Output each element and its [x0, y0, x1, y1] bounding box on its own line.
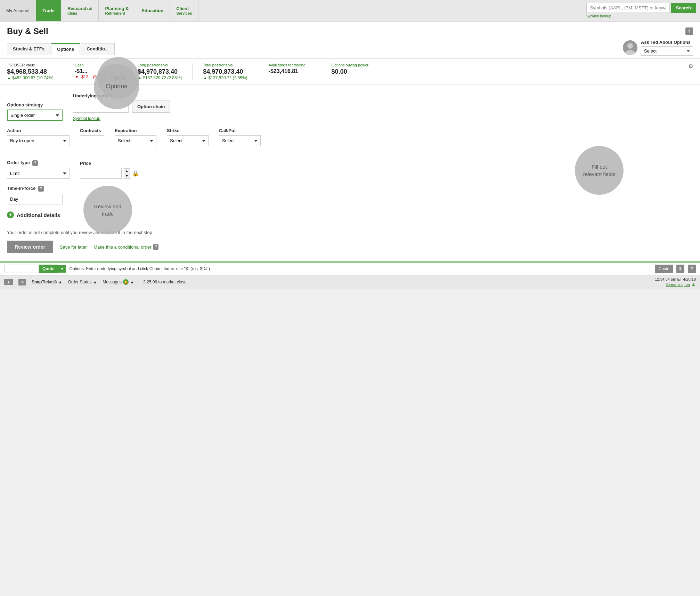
snap-ticket-item[interactable]: SnapTicket® ▲: [32, 280, 63, 284]
order-status-arrow: ▲: [93, 280, 97, 284]
expiration-label: Expiration: [115, 128, 156, 133]
nav-my-account[interactable]: My Account: [0, 0, 36, 21]
action-select[interactable]: Buy to open Sell to close Sell to open B…: [7, 135, 70, 146]
make-conditional-button[interactable]: Make this a conditional order: [93, 244, 151, 250]
options-strategy-label: Options strategy: [7, 102, 63, 107]
page-title: Buy & Sell: [7, 26, 48, 36]
dollar-button[interactable]: $: [676, 265, 684, 273]
options-strategy-group: Options strategy Single order Spread Str…: [7, 102, 63, 121]
tstuser-change: ▲ $482,000.67 (10.74%): [7, 75, 54, 80]
nav-education[interactable]: Education: [135, 0, 170, 21]
expiration-select[interactable]: Select: [115, 135, 156, 146]
tab-stocks-etfs[interactable]: Stocks & ETFs: [7, 43, 50, 55]
form-row-action-details: Action Buy to open Sell to close Sell to…: [7, 128, 693, 146]
order-type-help-icon[interactable]: ?: [32, 160, 38, 166]
bottom-bar-instructions: Options: Enter underlying symbol and cli…: [70, 266, 652, 271]
cash-label[interactable]: Cash: [75, 63, 116, 67]
tstuser-value-block: TSTUSER value $4,968,533.48 ▲ $482,000.6…: [7, 63, 54, 80]
options-strategy-select[interactable]: Single order Spread Straddle: [7, 110, 63, 121]
price-decrement-button[interactable]: ▼: [124, 174, 130, 178]
quote-dropdown-button[interactable]: ▼: [58, 265, 66, 273]
avail-funds-label[interactable]: Avail funds for trading: [269, 63, 310, 67]
price-input[interactable]: [80, 168, 122, 179]
snap-ticket-label: SnapTicket®: [32, 280, 57, 284]
status-up-arrow-button[interactable]: ▲: [4, 279, 13, 285]
price-spinner: ▲ ▼: [124, 168, 130, 179]
symbol-lookup-form-link[interactable]: Symbol lookup: [73, 116, 170, 121]
bottom-bar-help-button[interactable]: ?: [688, 265, 696, 273]
quote-button[interactable]: Quote: [39, 265, 58, 273]
market-close-text: 3:25:06 to market close: [143, 280, 187, 284]
total-positions-label[interactable]: Total positions val: [203, 63, 247, 67]
divider: [192, 63, 193, 80]
review-trade-tooltip-bubble: Review and trade: [83, 186, 132, 234]
price-label: Price: [80, 161, 139, 166]
underlying-symbol-group: Underlying symbol Option chain Symbol lo…: [73, 93, 170, 121]
strike-select[interactable]: Select: [167, 135, 209, 146]
nav-research-ideas[interactable]: Research & Ideas: [61, 0, 99, 21]
call-put-select[interactable]: Select: [219, 135, 261, 146]
settings-gear-button[interactable]: ⚙: [688, 63, 693, 70]
nav-planning-retirement[interactable]: Planning & Retirement: [99, 0, 135, 21]
underlying-symbol-label: Underlying symbol: [73, 93, 170, 98]
status-right: 12:34:54 pm ET 4/20/18 Streaming: on ▲: [655, 277, 696, 287]
contracts-label: Contracts: [80, 128, 104, 133]
account-summary: TSTUSER value $4,968,533.48 ▲ $482,000.6…: [0, 59, 700, 85]
messages-item[interactable]: Messages 🔔 ▲: [103, 279, 134, 285]
status-collapse-button[interactable]: ⧉: [18, 279, 26, 285]
page-help-button[interactable]: ?: [685, 27, 693, 35]
review-order-button[interactable]: Review order: [7, 241, 53, 253]
additional-details-icon: +: [7, 211, 14, 218]
cash-change: ▼ -$12... (58...%): [75, 74, 116, 79]
form-divider: [7, 224, 693, 224]
order-status-item[interactable]: Order Status ▲: [68, 280, 97, 284]
tab-options[interactable]: Options: [51, 43, 80, 55]
search-button[interactable]: Search: [671, 3, 696, 13]
long-positions-label[interactable]: Long positions val: [138, 63, 182, 67]
bottom-bar-symbol-input[interactable]: [4, 265, 39, 273]
ask-ted-section: Ask Ted About Options Select: [623, 40, 693, 58]
time-in-force-label: Time-in-force ?: [7, 186, 63, 192]
long-positions-value: $4,970,873.40: [138, 68, 182, 75]
tab-conditional[interactable]: Conditio...: [81, 43, 115, 55]
nav-trade[interactable]: Trade: [36, 0, 61, 21]
price-increment-button[interactable]: ▲: [124, 169, 130, 174]
ask-ted-label: Ask Ted About Options: [641, 40, 693, 45]
order-type-label: Order type ?: [7, 160, 70, 166]
ask-ted-select[interactable]: Select: [641, 46, 693, 56]
additional-details-label: Additional details: [17, 212, 60, 218]
save-for-later-button[interactable]: Save for later: [60, 244, 87, 250]
order-status-label: Order Status: [68, 280, 91, 284]
bottom-bar: Quote ▼ Options: Enter underlying symbol…: [0, 261, 700, 275]
order-type-select[interactable]: Limit Market Stop: [7, 168, 70, 179]
messages-arrow: ▲: [130, 280, 134, 284]
wifi-icon: ▲: [691, 281, 696, 287]
total-positions-value: $4,970,873.40: [203, 68, 247, 75]
page-header: Buy & Sell ? Stocks & ETFs Options Condi…: [0, 22, 700, 59]
contracts-group: Contracts: [80, 128, 104, 146]
strike-label: Strike: [167, 128, 209, 133]
price-lock-icon[interactable]: 🔒: [132, 170, 139, 177]
top-navigation: My Account Trade Research & Ideas Planni…: [0, 0, 700, 22]
order-note: Your order is not complete until you rev…: [7, 230, 693, 235]
streaming-status[interactable]: Streaming: on: [666, 282, 690, 287]
option-chain-button[interactable]: Option chain: [132, 100, 170, 113]
tif-help-icon[interactable]: ?: [38, 186, 44, 192]
long-positions-block: Long positions val $4,970,873.40 ▲ $137,…: [138, 63, 182, 80]
time-in-force-group: Time-in-force ?: [7, 186, 63, 204]
time-in-force-input[interactable]: [7, 194, 63, 204]
symbol-lookup-link[interactable]: Symbol lookup: [586, 14, 696, 18]
options-buying-power-label[interactable]: Options buying power: [332, 63, 373, 67]
nav-client-services[interactable]: Client Services: [170, 0, 198, 21]
additional-details-section[interactable]: + Additional details: [7, 211, 693, 218]
strike-group: Strike Select: [167, 128, 209, 146]
call-put-label: Call/Put: [219, 128, 261, 133]
chain-button[interactable]: Chain: [655, 265, 673, 273]
expiration-group: Expiration Select: [115, 128, 156, 146]
contracts-input[interactable]: [80, 135, 104, 146]
total-positions-change: ▲ $137,820.72 (2.85%): [203, 75, 247, 80]
underlying-symbol-input[interactable]: [73, 102, 129, 113]
search-section: Search Symbol lookup: [582, 0, 700, 21]
search-input[interactable]: [586, 3, 670, 13]
conditional-help-icon[interactable]: ?: [153, 244, 158, 250]
